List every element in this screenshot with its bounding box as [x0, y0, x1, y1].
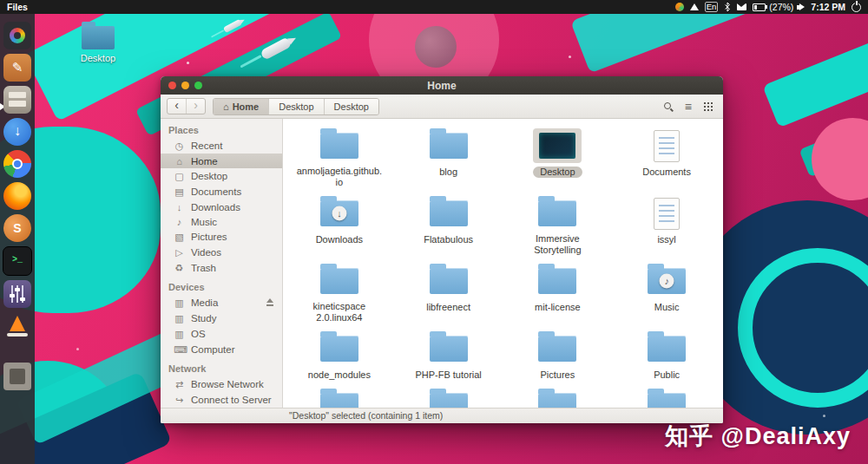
file-icon-box — [424, 389, 473, 408]
messages-icon[interactable] — [737, 3, 746, 10]
dock-item-screens[interactable] — [3, 363, 31, 390]
wifi-icon[interactable] — [690, 3, 699, 10]
bluetooth-icon[interactable] — [724, 2, 731, 12]
pathbar-segment-desktop[interactable]: Desktop — [325, 99, 378, 114]
file-item-node-modules[interactable]: node_modules — [285, 326, 394, 383]
file-icon-box — [642, 264, 691, 298]
file-item-public[interactable]: Public — [612, 326, 721, 383]
maximize-button[interactable] — [194, 82, 202, 89]
file-label: Immersive Storytelling — [514, 233, 601, 256]
minimize-button[interactable] — [181, 82, 189, 89]
file-item-blog[interactable]: blog — [394, 123, 503, 191]
file-item-videos[interactable]: Videos — [612, 383, 721, 408]
file-icon — [654, 130, 680, 162]
desktop-shortcut-folder[interactable]: Desktop — [71, 26, 125, 63]
sidebar-item-music[interactable]: ♪ Music — [161, 214, 282, 229]
toolbar-view-controls: ≡ — [663, 101, 717, 112]
window-titlebar[interactable]: Home — [161, 76, 723, 95]
back-button[interactable]: ‹ — [168, 99, 186, 114]
sidebar-item-home[interactable]: ⌂ Home — [161, 154, 282, 168]
dock-item-sogou[interactable] — [3, 214, 31, 242]
file-item-issyl[interactable]: issyl — [612, 191, 721, 258]
sidebar-item-downloads[interactable]: ↓ Downloads — [161, 199, 282, 214]
sidebar-item-pictures[interactable]: ▧ Pictures — [161, 229, 282, 245]
file-grid: anmoljagetia.github.io blog Desktop — [283, 119, 723, 408]
file-icon — [538, 268, 576, 294]
status-bar: "Desktop" selected (containing 1 item) — [161, 408, 723, 423]
sidebar-item-videos[interactable]: ▷ Videos — [161, 245, 282, 260]
search-icon[interactable] — [663, 101, 674, 112]
file-icon — [320, 133, 358, 159]
power-icon[interactable] — [852, 3, 861, 12]
file-item-documents[interactable]: Documents — [612, 123, 721, 191]
file-item-immersive-storytelling[interactable]: Immersive Storytelling — [503, 191, 613, 258]
sidebar-item-label: Browse Network — [191, 379, 264, 389]
dock-item-settings[interactable] — [3, 22, 31, 49]
keyboard-layout-indicator[interactable]: En — [705, 2, 719, 12]
file-item-templates[interactable]: Templates — [394, 383, 503, 408]
sidebar-item-computer[interactable]: ⌨ Computer — [161, 342, 282, 357]
pathbar-label: Desktop — [279, 101, 313, 112]
dock-item-notes[interactable] — [3, 54, 31, 82]
pathbar-segment-home[interactable]: Home — [214, 99, 269, 114]
file-icon-box — [642, 196, 691, 231]
dock-item-files[interactable] — [3, 86, 31, 114]
sidebar-item-browse-network[interactable]: ⇄ Browse Network — [161, 376, 282, 392]
volume-icon[interactable] — [799, 3, 805, 10]
dock-item-chrome[interactable] — [3, 150, 31, 178]
dock-item-mixer[interactable] — [3, 280, 31, 308]
dock-item-vlc[interactable] — [3, 312, 31, 340]
sidebar-item-os[interactable]: ▥ OS — [161, 326, 282, 342]
file-item-mit-license[interactable]: mit-license — [503, 258, 613, 326]
folder-icon — [82, 26, 115, 49]
sidebar-item-media[interactable]: ▥ Media — [161, 295, 282, 310]
file-icon — [648, 268, 686, 294]
sidebar-item-recent[interactable]: ◷ Recent — [161, 138, 282, 154]
dock-item-downloader[interactable] — [3, 118, 31, 146]
sidebar-item-documents[interactable]: ▤ Documents — [161, 184, 282, 199]
dock-item-terminal[interactable] — [3, 246, 32, 276]
watermark-text: 知乎 @DealiAxy — [665, 421, 851, 452]
sidebar-item-desktop[interactable]: ▢ Desktop — [161, 168, 282, 184]
window-title: Home — [427, 80, 456, 92]
file-item-tmp[interactable]: tmp — [503, 383, 613, 408]
sidebar-item-label: Music — [191, 217, 217, 227]
window-controls — [168, 82, 202, 89]
file-item-pictures[interactable]: Pictures — [503, 326, 613, 383]
wallpaper-shape — [812, 118, 868, 200]
file-item-sketchbook[interactable]: sketchbook — [285, 383, 394, 408]
close-button[interactable] — [168, 82, 176, 89]
file-item-music[interactable]: Music — [612, 258, 721, 326]
forward-button[interactable]: › — [186, 99, 205, 114]
file-item-flatabulous[interactable]: Flatabulous — [394, 191, 503, 258]
grid-view-icon[interactable] — [703, 101, 713, 111]
input-method-icon[interactable] — [675, 3, 684, 11]
pathbar: Home Desktop Desktop — [213, 98, 379, 115]
sidebar-item-study[interactable]: ▥ Study — [161, 310, 282, 326]
launcher-dock — [0, 14, 35, 464]
pathbar-segment-desktop[interactable]: Desktop — [269, 99, 324, 114]
file-icon — [538, 393, 576, 408]
clock[interactable]: 7:12 PM — [811, 2, 845, 12]
file-label: Documents — [642, 167, 691, 178]
file-item-desktop[interactable]: Desktop — [503, 123, 613, 191]
sidebar-item-connect-to-server[interactable]: ↪ Connect to Server — [161, 392, 282, 408]
sidebar-item-trash[interactable]: ♻ Trash — [161, 260, 282, 276]
list-view-icon[interactable]: ≡ — [685, 101, 692, 112]
file-item-php-fb-tutorial[interactable]: PHP-FB tutorial — [394, 326, 503, 383]
file-item-kineticspace-2-0-linux64[interactable]: kineticspace 2.0.linux64 — [285, 258, 394, 326]
app-menu-files[interactable]: Files — [7, 2, 28, 12]
sidebar-item-icon: ↓ — [174, 202, 185, 212]
file-icon — [320, 393, 358, 408]
file-item-downloads[interactable]: Downloads — [285, 191, 394, 258]
battery-icon[interactable] — [753, 3, 766, 11]
dock-item-firefox[interactable] — [3, 182, 31, 210]
eject-icon[interactable] — [266, 298, 274, 307]
file-icon-box — [315, 196, 364, 231]
sidebar-header-network: Network — [161, 357, 282, 376]
window-toolbar: ‹ › Home Desktop Desktop ≡ — [161, 95, 723, 119]
file-label: PHP-FB tutorial — [415, 369, 481, 381]
file-item-libfreenect[interactable]: libfreenect — [394, 258, 503, 326]
file-item-anmoljagetia-github-io[interactable]: anmoljagetia.github.io — [285, 123, 394, 191]
sidebar-devices-list: ▥ Media ▥ Study ▥ OS — [161, 295, 282, 357]
